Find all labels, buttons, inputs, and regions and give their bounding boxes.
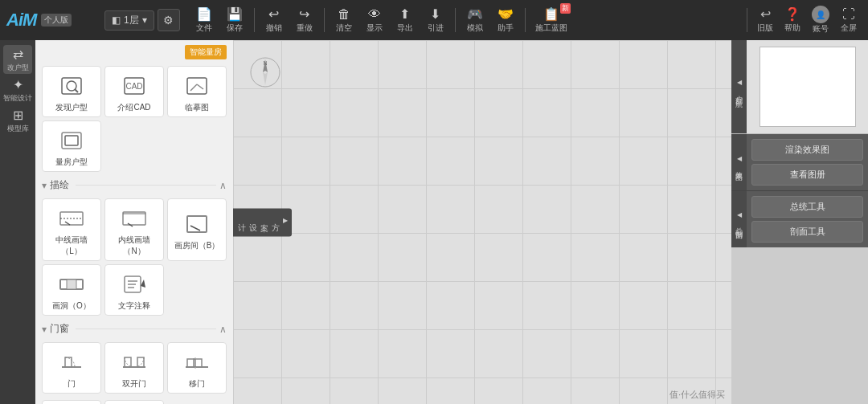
layer-select[interactable]: ◧ 1层 ▾ [104, 10, 154, 31]
inner-wall-label: 内线画墙（N） [108, 235, 160, 257]
draw-tools-grid: 中线画墙（L） 内线画墙（N） [35, 195, 233, 319]
svg-text:N: N [263, 60, 267, 66]
text-note-tool[interactable]: 文字注释 [104, 264, 164, 316]
view-album-button[interactable]: 查看图册 [751, 164, 863, 186]
inner-wall-tool[interactable]: 内线画墙（N） [104, 198, 164, 261]
transform-label: 改户型 [7, 63, 29, 73]
redo-label: 重做 [297, 22, 313, 34]
sliding-door-tool[interactable]: 移门 [167, 342, 227, 394]
section-tool-button[interactable]: 剖面工具 [751, 221, 863, 243]
section-tools-tab[interactable]: ◀ 总剖剖面 [731, 191, 747, 247]
fullscreen-label: 全屏 [841, 22, 857, 34]
doors-tools-grid: 门 双开门 [35, 339, 233, 397]
extra-tools-grid [35, 397, 233, 404]
sliding-door-label: 移门 [189, 378, 205, 390]
sidebar-item-model-library[interactable]: ⊞ 模型库 [3, 106, 32, 135]
help-button[interactable]: ❓ 帮助 [780, 5, 805, 35]
toolbar-sep2 [324, 8, 325, 32]
toolbar-export[interactable]: ⬆ 导出 [391, 5, 420, 35]
model-library-label: 模型库 [7, 124, 29, 134]
discover-tool[interactable]: 发现户型 [42, 66, 101, 117]
effects-tab-label: 效果图 [734, 165, 744, 170]
extra-tool-1[interactable] [42, 400, 101, 404]
draw-collapse[interactable]: ∧ [219, 180, 227, 191]
effects-section: ◀ 效果图 渲染效果图 查看图册 [731, 134, 868, 191]
double-door-tool[interactable]: 双开门 [104, 342, 164, 394]
fullscreen-icon: ⛶ [842, 7, 855, 22]
fullscreen-button[interactable]: ⛶ 全屏 [836, 6, 862, 35]
intro-cad-label: 介绍CAD [117, 102, 150, 113]
smart-badge: 智能量房 [185, 45, 227, 59]
toolbar-redo[interactable]: ↪ 重做 [290, 5, 319, 35]
simulate-label: 模拟 [467, 22, 483, 34]
account-label: 账号 [813, 23, 829, 35]
doors-toggle[interactable]: ▾ [42, 324, 47, 335]
toolbar-file[interactable]: 📄 文件 [190, 5, 219, 35]
render-button[interactable]: 渲染效果图 [751, 139, 863, 161]
measure-icon [59, 128, 84, 153]
svg-rect-16 [187, 216, 207, 232]
doors-collapse[interactable]: ∧ [219, 324, 227, 335]
door-tool[interactable]: 门 [42, 342, 101, 394]
door-icon [59, 349, 84, 375]
sidebar-item-transform[interactable]: ⇄ 改户型 [3, 45, 32, 74]
layer-icon: ◧ [112, 14, 121, 26]
svg-rect-9 [65, 136, 78, 145]
effects-tab[interactable]: ◀ 效果图 [731, 134, 747, 190]
trace-tool[interactable]: 临摹图 [167, 66, 227, 117]
overview-tool-button[interactable]: 总统工具 [751, 196, 863, 218]
toolbar-blueprint[interactable]: 新 📋 施工蓝图 [530, 5, 572, 35]
center-wall-icon [59, 206, 84, 231]
toolbar-undo[interactable]: ↩ 撤销 [260, 5, 289, 35]
left-sidebar: ⇄ 改户型 ✦ 智能设计 ⊞ 模型库 [0, 40, 35, 404]
main-content: ⇄ 改户型 ✦ 智能设计 ⊞ 模型库 智能量房 [0, 40, 868, 404]
draw-hole-tool[interactable]: 画洞（O） [42, 264, 101, 316]
inner-wall-icon [121, 206, 147, 231]
import-icon: ⬇ [430, 6, 440, 22]
intro-cad-tool[interactable]: CAD 介绍CAD [104, 66, 164, 117]
undo-label: 撤销 [266, 22, 282, 34]
model-library-icon: ⊞ [13, 108, 23, 123]
draw-toggle[interactable]: ▾ [42, 180, 47, 191]
draw-room-tool[interactable]: 画房间（B） [167, 198, 227, 261]
toolbar-import[interactable]: ⬇ 引进 [421, 5, 450, 35]
svg-line-7 [197, 84, 203, 89]
navigator-tab[interactable]: ◀ 户剖导航 [731, 40, 747, 133]
svg-rect-25 [65, 357, 72, 367]
toolbar-simulate[interactable]: 🎮 模拟 [461, 5, 489, 35]
measure-tool[interactable]: 量房户型 [42, 120, 101, 172]
canvas-grid: N ▶ 方案设计 [233, 40, 731, 404]
doors-section-header: ▾ 门窗 ∧ [35, 319, 233, 339]
canvas-left-tab[interactable]: ▶ 方案设计 [233, 208, 292, 236]
toolbar-display[interactable]: 👁 显示 [360, 6, 389, 35]
help-icon: ❓ [784, 6, 800, 22]
effects-content: 渲染效果图 查看图册 [747, 134, 868, 190]
double-door-icon [121, 349, 147, 375]
svg-rect-5 [187, 78, 207, 94]
center-wall-tool[interactable]: 中线画墙（L） [42, 198, 101, 261]
canvas-area[interactable]: N ▶ 方案设计 值·什么值得买 [233, 40, 731, 404]
toolbar-clear[interactable]: 🗑 清空 [330, 6, 358, 35]
toolbar-sep4 [525, 8, 526, 32]
discover-label: 发现户型 [55, 102, 88, 113]
settings-button[interactable]: ⚙ [158, 9, 180, 31]
right-sep [747, 8, 747, 32]
section-tools-tab-label: 总剖剖面 [734, 222, 744, 228]
toolbar-assistant[interactable]: 🤝 助手 [491, 5, 520, 35]
draw-room-icon [184, 211, 210, 237]
logo-text: AiM [6, 10, 36, 31]
redo-icon: ↪ [299, 6, 309, 22]
account-button[interactable]: 👤 账号 [807, 4, 834, 36]
draw-divider [76, 185, 216, 186]
extra-tool-2[interactable] [104, 400, 164, 404]
avatar: 👤 [812, 6, 829, 23]
trace-icon [184, 73, 210, 99]
transform-icon: ⇄ [13, 47, 23, 62]
clear-icon: 🗑 [338, 7, 350, 22]
old-version-button[interactable]: ↩ 旧版 [752, 5, 778, 35]
layer-dropdown-icon: ▾ [142, 14, 147, 26]
sidebar-item-smart-design[interactable]: ✦ 智能设计 [3, 75, 32, 104]
watermark: 值·什么值得买 [669, 389, 725, 401]
toolbar-save[interactable]: 💾 保存 [220, 5, 249, 35]
export-label: 导出 [397, 22, 413, 34]
